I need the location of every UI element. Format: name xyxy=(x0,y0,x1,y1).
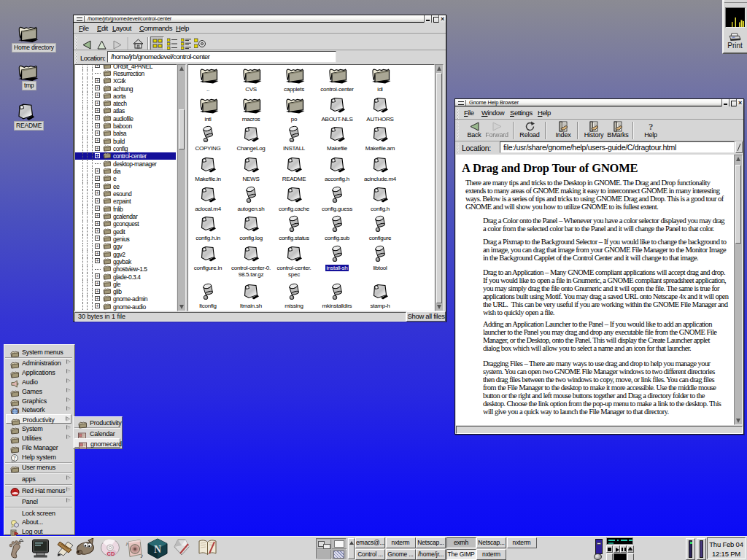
svg-text:♪: ♪ xyxy=(140,552,144,559)
svg-text:N: N xyxy=(154,544,161,555)
svg-text:CD: CD xyxy=(107,551,115,557)
svg-text:♪: ♪ xyxy=(125,541,128,546)
svg-text:?: ? xyxy=(649,121,654,132)
